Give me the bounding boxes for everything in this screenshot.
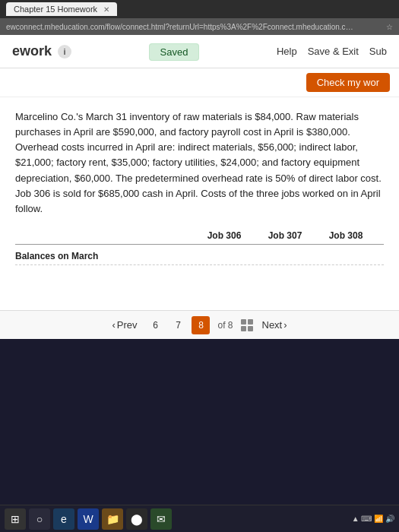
pagination-bar: ‹ Prev 6 7 8 of 8 Next › (0, 310, 399, 339)
taskbar-chrome[interactable]: ⬤ (126, 508, 147, 530)
tab-close-icon[interactable]: ✕ (103, 5, 109, 14)
page-total: of 8 (217, 320, 233, 331)
prev-label: Prev (117, 319, 138, 331)
col-header-307: Job 307 (255, 230, 315, 241)
problem-text: Marcelino Co.'s March 31 inventory of ra… (15, 109, 384, 217)
row-label-balances: Balances on March (15, 251, 137, 261)
tab-title: Chapter 15 Homework (14, 5, 97, 14)
info-icon[interactable]: i (58, 45, 71, 59)
taskbar-folder[interactable]: 📁 (102, 508, 123, 530)
grid-view-icon[interactable] (241, 319, 253, 331)
chevron-left-icon: ‹ (112, 319, 115, 331)
header-left: ework i (12, 43, 71, 59)
help-link[interactable]: Help (277, 46, 297, 57)
table-column-headers: Job 306 Job 307 Job 308 (15, 230, 384, 241)
app-header: ework i Saved Help Save & Exit Sub (0, 35, 399, 68)
col-header-306: Job 306 (194, 230, 255, 241)
system-tray: ▲ ⌨ 📶 🔊 (352, 515, 394, 523)
next-button[interactable]: Next › (258, 317, 292, 333)
tray-icons: ▲ ⌨ 📶 🔊 (352, 515, 394, 523)
col-header-308: Job 308 (315, 230, 376, 241)
check-my-work-button[interactable]: Check my wor (306, 73, 390, 92)
taskbar-word[interactable]: W (78, 508, 99, 530)
saved-badge: Saved (149, 43, 200, 61)
next-label: Next (262, 319, 283, 331)
taskbar: ⊞ ○ e W 📁 ⬤ ✉ ▲ ⌨ 📶 🔊 (0, 505, 399, 532)
page-7[interactable]: 7 (169, 316, 187, 334)
star-icon[interactable]: ☆ (386, 23, 393, 31)
chevron-right-icon: › (283, 319, 287, 331)
table-row-balances: Balances on March (15, 248, 384, 265)
header-center: Saved (149, 45, 200, 59)
address-bar[interactable]: ewconnect.mheducation.com/flow/connect.h… (0, 18, 399, 35)
brand-name: ework (12, 43, 52, 59)
browser-tab-bar: Chapter 15 Homework ✕ ewconnect.mheducat… (0, 0, 399, 35)
main-content: Marcelino Co.'s March 31 inventory of ra… (0, 97, 399, 310)
page-8-active[interactable]: 8 (192, 316, 210, 334)
taskbar-ie[interactable]: e (53, 508, 74, 530)
active-tab[interactable]: Chapter 15 Homework ✕ (6, 2, 117, 16)
taskbar-email[interactable]: ✉ (150, 508, 172, 530)
prev-button[interactable]: ‹ Prev (107, 317, 141, 333)
header-right: Help Save & Exit Sub (277, 46, 387, 57)
page-6[interactable]: 6 (146, 316, 164, 334)
save-exit-link[interactable]: Save & Exit (308, 46, 359, 57)
address-text: ewconnect.mheducation.com/flow/connect.h… (6, 23, 356, 31)
table-area: Balances on March (15, 244, 384, 265)
taskbar-cortana[interactable]: ○ (29, 508, 50, 530)
check-bar: Check my wor (0, 68, 399, 97)
taskbar-start[interactable]: ⊞ (5, 508, 26, 530)
sub-link[interactable]: Sub (369, 46, 387, 57)
